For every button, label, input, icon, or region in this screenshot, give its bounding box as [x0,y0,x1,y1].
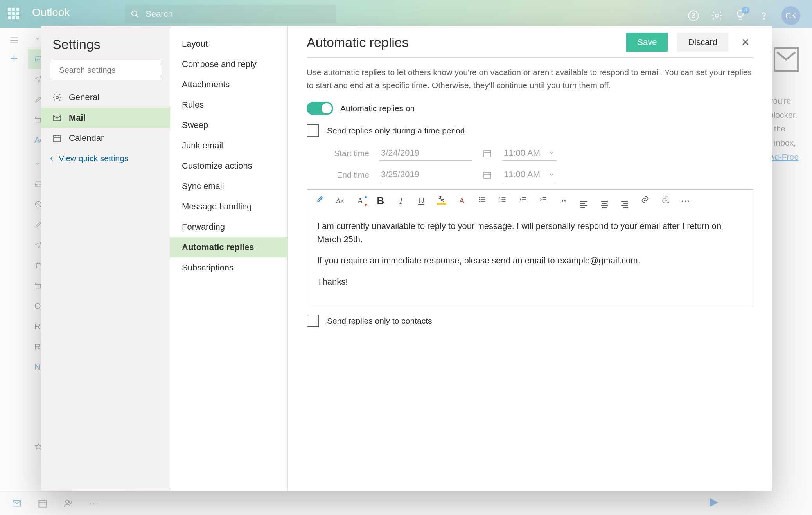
category-mail[interactable]: Mail [41,108,170,128]
align-left-icon[interactable] [579,194,589,208]
sub-actions[interactable]: Customize actions [170,156,287,176]
calendar-icon [52,133,62,143]
start-time-select[interactable]: 11:00 AM [502,146,556,161]
sub-handling[interactable]: Message handling [170,196,287,217]
end-date-input[interactable] [379,167,472,182]
category-label: Calendar [69,133,104,143]
align-right-icon[interactable] [620,194,629,208]
start-time-row: Start time 11:00 AM [322,146,753,161]
bullets-icon[interactable] [478,196,487,206]
gear-icon [52,93,62,102]
outdent-icon[interactable] [518,196,528,206]
svg-point-35 [479,201,480,202]
calendar-icon[interactable] [483,170,492,180]
unlink-icon[interactable] [661,195,670,206]
editor-toolbar: AA A▲▼ B I U ✎ A 123 ” [307,190,753,212]
mail-icon [52,113,62,122]
time-period-label: Send replies only during a time period [327,126,465,135]
contacts-only-checkbox[interactable] [307,315,319,327]
svg-text:3: 3 [499,200,500,203]
view-quick-settings-link[interactable]: View quick settings [41,148,170,169]
start-time-label: Start time [322,149,369,158]
quote-icon[interactable]: ” [559,197,568,209]
font-size-icon[interactable]: A▲▼ [356,196,365,206]
sub-sweep[interactable]: Sweep [170,115,287,135]
settings-categories: Settings General Mail Calendar View quic… [41,26,170,491]
sub-automatic-replies[interactable]: Automatic replies [170,237,287,258]
panel-description: Use automatic replies to let others know… [307,66,753,92]
more-formatting-icon[interactable]: ··· [681,196,690,206]
svg-rect-22 [54,115,61,121]
align-center-icon[interactable] [600,194,609,208]
settings-search[interactable] [50,60,160,80]
svg-point-21 [56,96,58,99]
svg-point-31 [479,197,480,198]
svg-point-33 [479,199,480,200]
font-family-icon[interactable]: AA [335,197,345,204]
end-time-label: End time [322,170,369,180]
category-calendar[interactable]: Calendar [41,128,170,148]
chevron-down-icon [548,171,555,178]
link-icon[interactable] [640,195,650,206]
italic-icon[interactable]: I [396,196,406,206]
sub-sync[interactable]: Sync email [170,176,287,196]
highlight-icon[interactable]: ✎ [437,197,446,205]
end-time-row: End time 11:00 AM [322,167,753,182]
autoreply-toggle-label: Automatic replies on [340,104,415,113]
sub-compose[interactable]: Compose and reply [170,54,287,74]
autoreply-toggle[interactable] [307,102,333,115]
svg-rect-27 [484,151,491,157]
close-icon[interactable]: ✕ [738,36,753,49]
chevron-left-icon [49,155,56,162]
contacts-only-label: Send replies only to contacts [327,316,432,326]
reply-editor: AA A▲▼ B I U ✎ A 123 ” [307,189,753,306]
sub-layout[interactable]: Layout [170,34,287,54]
sub-forwarding[interactable]: Forwarding [170,217,287,237]
numbering-icon[interactable]: 123 [498,196,507,206]
indent-icon[interactable] [539,196,548,206]
sub-rules[interactable]: Rules [170,95,287,115]
sub-junk[interactable]: Junk email [170,135,287,156]
settings-modal: Settings General Mail Calendar View quic… [41,26,772,491]
bold-icon[interactable]: B [376,195,385,207]
settings-title: Settings [41,26,170,60]
sub-subscriptions[interactable]: Subscriptions [170,258,287,278]
start-date-input[interactable] [379,146,472,161]
format-painter-icon[interactable] [315,195,324,206]
underline-icon[interactable]: U [417,196,426,206]
settings-search-input[interactable] [58,65,162,75]
panel-title: Automatic replies [307,35,409,50]
svg-rect-29 [484,172,491,178]
time-period-checkbox[interactable] [307,124,319,137]
mail-subsections: Layout Compose and reply Attachments Rul… [170,26,288,491]
save-button[interactable]: Save [626,33,668,52]
discard-button[interactable]: Discard [677,33,728,52]
sub-attachments[interactable]: Attachments [170,74,287,95]
font-color-icon[interactable]: A [457,196,467,206]
settings-panel: Automatic replies Save Discard ✕ Use aut… [288,26,772,491]
reply-body-input[interactable]: I am currently unavailable to reply to y… [307,212,753,306]
category-label: General [69,92,99,103]
category-label: Mail [69,113,86,123]
end-time-select[interactable]: 11:00 AM [502,167,556,182]
calendar-icon[interactable] [483,149,492,158]
chevron-down-icon [548,150,555,156]
svg-rect-23 [54,135,61,142]
category-general[interactable]: General [41,87,170,108]
